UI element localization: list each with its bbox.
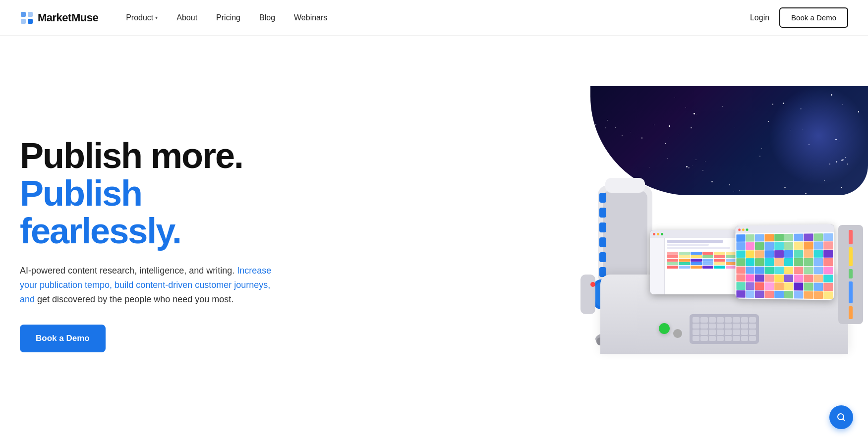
grid-cell [784, 291, 793, 299]
grid-cell [691, 262, 702, 265]
nav-blog[interactable]: Blog [251, 9, 283, 26]
key [749, 317, 756, 323]
key [693, 317, 699, 323]
side-panel [838, 225, 863, 324]
grid-cell [784, 275, 793, 282]
key [725, 336, 732, 341]
grid-cell [714, 266, 725, 269]
svg-rect-15 [580, 275, 595, 314]
text-line [667, 244, 709, 246]
grid-cell [746, 250, 754, 258]
grid-cell [679, 259, 690, 262]
grid-cell [765, 258, 774, 266]
grid-cell [813, 291, 823, 299]
grid-cell [746, 242, 754, 250]
grid-cell [765, 275, 774, 282]
grid-cell [702, 255, 714, 258]
book-demo-nav-button[interactable]: Book a Demo [779, 7, 848, 28]
grid-cell [813, 275, 823, 282]
grid-cell [804, 250, 813, 258]
svg-rect-2 [21, 19, 26, 24]
color-grid [667, 252, 737, 269]
grid-cell [755, 242, 764, 250]
grid-cell [804, 283, 813, 291]
grid-cell [667, 252, 678, 255]
grid-cell [794, 282, 803, 290]
grid-cell [714, 255, 725, 258]
grid-cell [746, 266, 754, 274]
grid-cell [667, 259, 678, 262]
svg-point-23 [590, 282, 595, 287]
grid-cell [794, 275, 803, 282]
grid-cell [679, 252, 690, 255]
login-link[interactable]: Login [750, 13, 769, 22]
key [700, 330, 707, 335]
grid-cell [736, 266, 745, 274]
grid-cell [679, 262, 690, 265]
grid-cell [804, 291, 813, 299]
grid-cell [702, 252, 714, 255]
panel-bar [849, 281, 853, 303]
hero-illustration [307, 96, 848, 393]
nav-links: Product ▾ About Pricing Blog Webinars [118, 9, 750, 26]
grid-cell [714, 252, 725, 255]
grid-cell [755, 234, 764, 241]
nav-pricing[interactable]: Pricing [208, 9, 248, 26]
svg-rect-0 [21, 12, 26, 17]
monitor-right [736, 224, 834, 300]
svg-rect-10 [599, 252, 606, 262]
key [717, 317, 724, 323]
grid-cell [823, 233, 833, 241]
grid-cell [736, 258, 745, 266]
grid-cell [804, 233, 813, 241]
svg-rect-9 [599, 237, 606, 247]
grid-cell [774, 282, 784, 290]
logo[interactable]: MarketMuse [20, 11, 98, 25]
key [709, 317, 716, 323]
book-demo-hero-button[interactable]: Book a Demo [20, 325, 106, 352]
grid-cell [813, 258, 823, 266]
key [741, 324, 748, 329]
key [749, 330, 756, 335]
key [725, 324, 732, 329]
grid-cell [765, 234, 774, 241]
key [709, 330, 716, 335]
keyboard-area [690, 314, 759, 344]
screen-left-sidebar [650, 238, 665, 294]
screen-left-body [650, 238, 739, 294]
grid-cell [702, 262, 714, 265]
grid-cell [823, 275, 833, 282]
search-float-button[interactable] [829, 405, 853, 429]
screen-right-main [736, 232, 834, 300]
grid-cell [667, 266, 678, 269]
nav-about[interactable]: About [169, 9, 205, 26]
grid-cell [667, 255, 678, 258]
nav-webinars[interactable]: Webinars [286, 9, 335, 26]
grid-cell [755, 258, 764, 266]
grid-cell [746, 282, 754, 290]
panel-bar [849, 306, 853, 319]
grid-cell [746, 290, 754, 298]
grid-cell [813, 233, 823, 241]
grid-cell [804, 267, 813, 275]
key [749, 336, 756, 341]
hero-desc-plain: AI-powered content research, intelligenc… [20, 266, 234, 276]
grid-cell [765, 242, 774, 250]
nav-right: Login Book a Demo [750, 7, 848, 28]
grid-cell [702, 266, 714, 269]
panel-bar [849, 230, 853, 244]
grid-cell [736, 250, 745, 258]
dot-green [746, 228, 749, 231]
grid-cell [765, 290, 774, 298]
grid-cell [804, 275, 813, 282]
key [733, 317, 740, 323]
hero-content: Publish more. Publish fearlessly. AI-pow… [20, 137, 307, 352]
screen-right-body [736, 232, 834, 300]
grid-cell [736, 274, 745, 281]
key [717, 336, 724, 341]
chevron-down-icon: ▾ [155, 15, 158, 20]
grid-cell [714, 262, 725, 265]
panel-bar [849, 269, 853, 278]
nav-product[interactable]: Product ▾ [118, 9, 166, 26]
grid-cell [794, 242, 803, 250]
